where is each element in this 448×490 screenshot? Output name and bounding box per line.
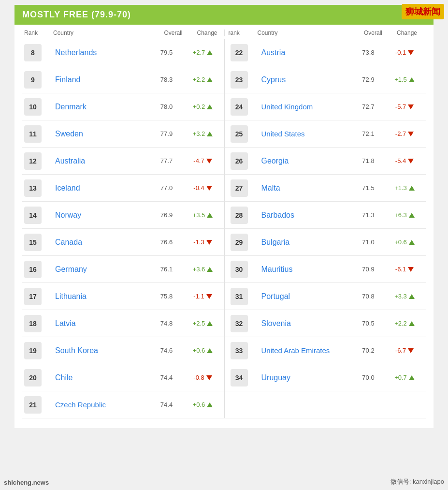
country-name: Georgia	[260, 157, 352, 165]
rank-box: 8	[24, 44, 42, 61]
country-header-left: Country	[53, 30, 157, 36]
rank-box: 27	[231, 179, 248, 197]
table-row	[224, 391, 426, 418]
overall-score: 77.9	[150, 130, 184, 137]
country-name: Bulgaria	[260, 238, 352, 247]
rank-box: 25	[231, 125, 248, 143]
table-row: 16Germany76.1+3.6	[22, 256, 224, 283]
table-row: 13Iceland77.0-0.4	[22, 175, 224, 202]
rank-box: 28	[231, 207, 248, 224]
rank-box: 17	[24, 288, 42, 305]
change-cell: +2.5	[184, 320, 222, 327]
overall-score: 70.9	[351, 266, 385, 273]
country-name: Netherlands	[53, 48, 150, 57]
rank-box: 10	[24, 98, 42, 116]
change-cell: -1.1	[184, 293, 222, 300]
country-name: Lithuania	[53, 292, 150, 301]
country-name: Denmark	[53, 103, 150, 111]
change-cell: +0.6	[184, 347, 222, 354]
overall-score: 71.3	[351, 211, 385, 219]
overall-score: 74.6	[150, 347, 184, 354]
change-cell: -6.7	[385, 347, 424, 354]
change-cell: -5.4	[385, 157, 424, 164]
country-name: Australia	[53, 157, 150, 165]
overall-score: 72.1	[351, 130, 385, 137]
change-cell: +0.6	[385, 238, 424, 246]
table-row: 26Georgia71.8-5.4	[224, 148, 426, 175]
country-name: Germany	[53, 265, 150, 274]
table-row: 18Latvia74.8+2.5	[22, 310, 224, 337]
table-row: 32Slovenia70.5+2.2	[224, 310, 426, 337]
table-row: 20Chile74.4-0.8	[22, 364, 224, 391]
overall-score: 74.4	[150, 401, 184, 408]
overall-score: 70.0	[351, 374, 385, 381]
country-name: Uruguay	[260, 373, 352, 382]
country-name: Chile	[53, 373, 150, 382]
country-name: Latvia	[53, 319, 150, 328]
change-cell: +0.7	[385, 374, 424, 381]
rank-box: 33	[231, 342, 248, 359]
change-cell: +3.3	[385, 293, 424, 300]
country-header-right: Country	[258, 30, 357, 36]
overall-score: 74.4	[150, 374, 184, 381]
overall-score: 78.0	[150, 103, 184, 110]
country-name: Canada	[53, 238, 150, 247]
overall-score: 71.5	[351, 184, 385, 192]
right-col-headers: rank Country Overall Change	[224, 30, 424, 36]
overall-score: 70.5	[351, 320, 385, 327]
rank-header-left: Rank	[24, 30, 53, 36]
column-headers: Rank Country Overall Change rank Country…	[22, 30, 426, 36]
change-cell: -2.7	[385, 130, 424, 137]
header-bar: MOSTLY FREE (79.9-70)	[14, 5, 434, 25]
country-name: Sweden	[53, 130, 150, 138]
rank-box: 13	[24, 179, 42, 197]
change-cell: +2.7	[184, 49, 222, 56]
country-name: Portugal	[260, 292, 352, 301]
change-cell: -0.1	[385, 49, 424, 56]
table-row: 31Portugal70.8+3.3	[224, 283, 426, 310]
change-cell: +0.6	[184, 401, 222, 408]
rank-box: 11	[24, 125, 42, 143]
table-row: 29Bulgaria71.0+0.6	[224, 229, 426, 256]
change-cell: -5.7	[385, 103, 424, 110]
country-name: United States	[260, 130, 352, 138]
table-row: 10Denmark78.0+0.2	[22, 93, 224, 120]
overall-score: 79.5	[150, 49, 184, 56]
rank-box: 19	[24, 342, 42, 359]
change-cell: -6.1	[385, 266, 424, 273]
table-row: 11Sweden77.9+3.2	[22, 120, 224, 148]
table-row: 30Mauritius70.9-6.1	[224, 256, 426, 283]
change-cell: +1.3	[385, 184, 424, 192]
country-name: Austria	[260, 48, 352, 57]
watermark-top-right: 狮城新闻	[402, 4, 444, 19]
change-cell: +3.5	[184, 211, 222, 219]
table-row: 34Uruguay70.0+0.7	[224, 364, 426, 391]
change-cell: +2.2	[385, 320, 424, 327]
change-cell: -4.7	[184, 157, 222, 164]
overall-score: 72.9	[351, 76, 385, 83]
left-col-headers: Rank Country Overall Change	[24, 30, 224, 36]
rank-box: 34	[231, 369, 248, 386]
change-cell: +1.5	[385, 76, 424, 83]
overall-score: 71.0	[351, 238, 385, 246]
change-cell: +3.2	[184, 130, 222, 137]
overall-score: 78.3	[150, 76, 184, 83]
country-name: Czech Republic	[53, 401, 150, 409]
rank-box: 24	[231, 98, 248, 116]
country-name: South Korea	[53, 346, 150, 355]
rank-box: 14	[24, 207, 42, 224]
rank-header-right: rank	[229, 30, 258, 36]
table-row: 14Norway76.9+3.5	[22, 202, 224, 229]
rank-box: 31	[231, 288, 248, 305]
rank-box: 16	[24, 261, 42, 278]
change-cell: -0.4	[184, 184, 222, 192]
overall-score: 70.2	[351, 347, 385, 354]
rank-box: 29	[231, 234, 248, 251]
change-cell: +0.2	[184, 103, 222, 110]
overall-score: 74.8	[150, 320, 184, 327]
table-row: 17Lithuania75.8-1.1	[22, 283, 224, 310]
rank-box: 32	[231, 315, 248, 332]
watermark-bottom-left: shicheng.news	[4, 479, 49, 486]
table-row: 24United Kingdom72.7-5.7	[224, 93, 426, 120]
overall-header-right: Overall	[356, 30, 390, 36]
